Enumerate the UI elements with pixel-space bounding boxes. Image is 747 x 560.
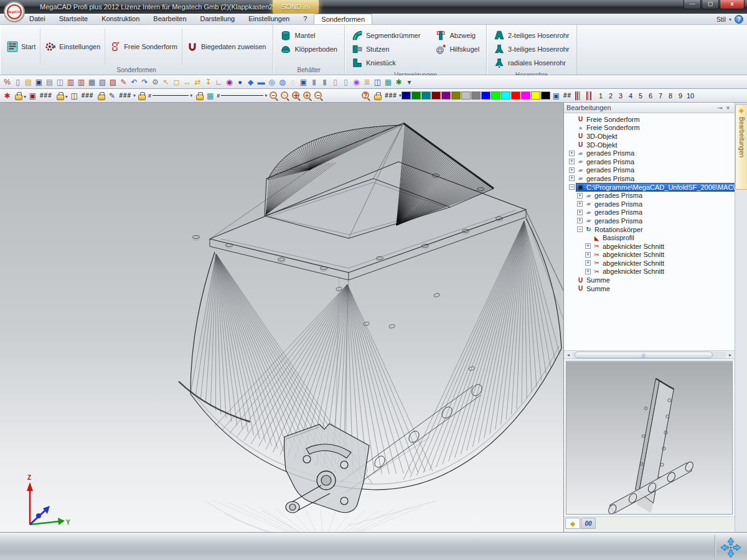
tree-item-gerades-prisma[interactable]: +▰gerades Prisma — [564, 149, 735, 157]
expand-icon[interactable]: + — [585, 269, 591, 274]
ribbon-button-freie-sonderform[interactable]: Freie Sonderform — [105, 29, 182, 65]
document-tab[interactable]: SOND.ini — [273, 0, 319, 14]
tree-item-gerades-prisma[interactable]: +▰gerades Prisma — [564, 166, 735, 175]
tree-item-3d-objekt[interactable]: U3D-Objekt — [564, 132, 735, 141]
tree-item-abgeknickter-schnitt[interactable]: +✂abgeknickter Schnitt — [564, 251, 735, 259]
bearbeitungen-edge-tab[interactable]: ◈ Bearbeitungen — [735, 104, 747, 190]
layer-number-5[interactable]: 5 — [636, 92, 646, 100]
zoom-out-icon[interactable]: – — [270, 91, 277, 99]
linestyle-lock[interactable] — [136, 91, 147, 100]
color-swatch-1[interactable] — [411, 91, 421, 100]
file-refresh-icon[interactable]: ▧ — [97, 77, 108, 88]
expand-icon[interactable]: + — [585, 260, 591, 266]
pen-lock[interactable] — [95, 91, 106, 100]
color-swatch-0[interactable] — [402, 91, 411, 100]
color-swatch-5[interactable] — [451, 91, 461, 100]
color-swatch-14[interactable] — [541, 91, 550, 100]
close-button[interactable]: x — [720, 0, 745, 9]
select-element-icon[interactable]: ↖ — [161, 77, 171, 88]
tree-item-gerades-prisma[interactable]: +▰gerades Prisma — [564, 200, 735, 208]
layer-number-3[interactable]: 3 — [616, 92, 626, 100]
scroll-left-icon[interactable]: ◂ — [565, 352, 572, 358]
copy-move-icon[interactable]: ⇄ — [192, 77, 203, 88]
pin-icon[interactable]: ⊸ — [716, 105, 724, 111]
part-preview[interactable] — [564, 359, 735, 516]
layer-number-1[interactable]: 1 — [596, 92, 606, 100]
color-swatch-13[interactable] — [531, 91, 540, 100]
tree-hscrollbar[interactable]: ◂ ||| ▸ — [564, 351, 735, 359]
megacad-logo-icon[interactable]: MegaCAD — [4, 1, 25, 22]
ribbon-button-start[interactable]: Start — [2, 29, 40, 65]
move-icon[interactable]: ↔ — [182, 77, 192, 88]
drop-down-icon[interactable]: ↧ — [203, 77, 214, 88]
tree-item-3d-objekt[interactable]: U3D-Objekt — [564, 141, 735, 149]
group-lock-dropdown-icon[interactable]: ▾ — [65, 94, 68, 100]
menu-darstellung[interactable]: Darstellung — [194, 14, 242, 24]
color-swatch-6[interactable] — [461, 91, 471, 100]
cylinder-icon[interactable]: ▬ — [256, 77, 266, 88]
menu-[interactable]: ? — [296, 14, 314, 24]
scroll-right-icon[interactable]: ▸ — [726, 352, 734, 358]
minimize-button[interactable]: — — [684, 0, 701, 9]
file-settings-icon[interactable]: ▦ — [87, 77, 97, 88]
tree-item-abgeknickter-schnitt[interactable]: +✂abgeknickter Schnitt — [564, 268, 735, 276]
zoom-pan-icon[interactable]: ✛ — [292, 91, 299, 99]
layer-icon[interactable]: ▣ — [27, 90, 38, 101]
menu-datei[interactable]: Datei — [22, 14, 52, 24]
ribbon-button-biegedaten-zuweisen[interactable]: Biegedaten zuweisen — [182, 29, 271, 65]
collapse-icon[interactable]: − — [577, 226, 583, 232]
screen-color-icon[interactable]: ▣ — [551, 90, 561, 101]
help-icon[interactable]: ? — [735, 15, 743, 24]
import-doc-icon[interactable]: ▥ — [76, 77, 87, 88]
scroll-thumb[interactable]: ||| — [575, 352, 713, 358]
erase-pen-icon[interactable]: ✎ — [118, 77, 129, 88]
render-sphere-icon[interactable]: ◉ — [224, 77, 235, 88]
search-gear-icon[interactable]: ⚙ — [150, 77, 161, 88]
expand-icon[interactable]: + — [569, 175, 575, 181]
layer-lock[interactable]: ▾ — [12, 91, 27, 100]
menu-sonderformen[interactable]: Sonderformen — [314, 14, 372, 24]
axis-icon[interactable]: ∟ — [214, 77, 224, 88]
line-style-preview-dropdown-icon[interactable]: ▾ — [190, 93, 192, 98]
color-wheel-icon[interactable]: ✱ — [393, 77, 404, 88]
color-swatch-9[interactable] — [491, 91, 500, 100]
bin-empty-icon[interactable]: ▯ — [330, 77, 341, 88]
collapse-icon[interactable]: − — [569, 184, 575, 190]
bin-full-icon[interactable]: ▮ — [309, 77, 319, 88]
layer-number-4[interactable]: 4 — [626, 92, 636, 100]
menu-startseite[interactable]: Startseite — [52, 14, 95, 24]
ribbon-button-hilfskugel[interactable]: Hilfskugel — [431, 42, 484, 56]
layer-number-2[interactable]: 2 — [606, 92, 616, 100]
zoom-prev-icon[interactable]: – — [314, 91, 322, 99]
redo-icon[interactable]: ↷ — [139, 77, 150, 88]
balloon-icon[interactable]: ◉ — [351, 77, 362, 88]
viewport-canvas[interactable]: Z Y — [0, 103, 563, 532]
layer-number-7[interactable]: 7 — [655, 92, 665, 100]
solid-cube-icon[interactable]: ◆ — [245, 77, 256, 88]
ribbon-button-abzweig[interactable]: Abzweig — [431, 29, 484, 42]
tree-item-freie-sonderform[interactable]: UFreie Sonderform — [564, 115, 735, 124]
open-file-icon[interactable]: ▤ — [23, 77, 34, 88]
line-style-preview[interactable]: #▾ — [147, 93, 194, 99]
ribbon-button-2-teiliges-hosenrohr[interactable]: 2-teiliges Hosenrohr — [489, 29, 573, 42]
viewport-screen-icon[interactable]: ▣ — [298, 77, 309, 88]
color-swatch-4[interactable] — [441, 91, 451, 100]
menu-konstruktion[interactable]: Konstruktion — [95, 14, 146, 24]
ribbon-button-kl-pperboden[interactable]: Klöpperboden — [276, 42, 342, 56]
undo-icon[interactable]: ↶ — [129, 77, 139, 88]
print-icon[interactable]: ▤ — [44, 77, 55, 88]
bin-icon[interactable]: ▮ — [319, 77, 330, 88]
sphere-grid-icon[interactable]: ◍ — [277, 77, 288, 88]
group-lock[interactable]: ▾ — [54, 91, 69, 100]
tree-item-rotationsk-rper[interactable]: −↻Rotationskörper — [564, 225, 735, 234]
group-page-icon[interactable]: ◫ — [69, 90, 80, 101]
tree-item-summe[interactable]: USumme — [564, 276, 735, 284]
hatch-lock[interactable] — [194, 91, 205, 100]
new-file-icon[interactable]: ▯ — [12, 77, 23, 88]
ribbon-button-einstellungen[interactable]: Einstellungen — [40, 29, 105, 65]
expand-icon[interactable]: + — [577, 201, 583, 207]
expand-icon[interactable]: + — [569, 159, 575, 164]
tree-item-gerades-prisma[interactable]: +▰gerades Prisma — [564, 217, 735, 225]
expand-icon[interactable]: + — [569, 151, 575, 156]
toolbar-overflow-icon[interactable]: ▾ — [404, 77, 415, 88]
